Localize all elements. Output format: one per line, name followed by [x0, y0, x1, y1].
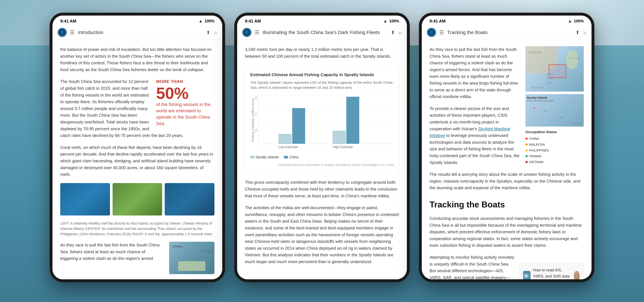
- logo-letter: C: [61, 30, 64, 34]
- occupation-legend: Occupation Status CHINA MALAYSIA PHILIPP…: [526, 129, 584, 164]
- tablet-1-bottom-preview: As they race to pull the last fish from …: [52, 236, 222, 279]
- tablet-3-nav-title: Tracking the Boats: [447, 30, 572, 35]
- occ-label-taiwan: TAIWAN: [529, 154, 541, 159]
- grid-line-2: [258, 95, 394, 96]
- bar-spratly-high: [333, 131, 346, 144]
- occ-dot-china: [526, 138, 528, 140]
- x-label-high: High Estimate: [333, 144, 353, 150]
- island-dot-5: [561, 117, 562, 118]
- tablet-3: 9:41 AM ▲ 100% C ☰ Tracking the Boats ⬆ …: [419, 13, 594, 282]
- legend-spratly: Spratly Islands: [250, 154, 279, 160]
- spratly-map: Spratly Islands in the SOUTH CHINA SEA M…: [526, 94, 584, 126]
- wifi-icon: ▲: [199, 19, 203, 23]
- chart-area: 2 1 0: [258, 95, 394, 145]
- tablet-3-content: CHINa TAIWAN SouthChinaSea MALAYSIA: [422, 40, 592, 279]
- tablet-3-para-4: Attempting to monitor fishing activity r…: [430, 254, 515, 279]
- share-icon-3[interactable]: ⬆: [576, 30, 580, 35]
- bar-spratly-low: [278, 134, 292, 144]
- tablet-3-screen: 9:41 AM ▲ 100% C ☰ Tracking the Boats ⬆ …: [422, 16, 592, 279]
- tablet-2-nav: C ☰ Illuminating the South China Sea's D…: [237, 25, 407, 40]
- video-icon: [524, 274, 530, 279]
- chart-subtitle: The Spratly Islands' values represent 12…: [250, 80, 394, 90]
- tablet-2-status-icons: ▲ 100%: [384, 19, 399, 23]
- occ-dot-vietnam: [526, 161, 528, 163]
- map-malaysia-label: MALAYSIA: [531, 86, 542, 89]
- island-dot-1: [534, 107, 535, 108]
- map-taiwan-label: TAIWAN: [202, 250, 211, 253]
- tablet-3-nav-icons: ⬆ ⌕: [576, 30, 586, 35]
- occ-label-vietnam: VIETNAM: [529, 160, 544, 164]
- tablet-2-content: 3,240 metric tons per day or nearly 1.2 …: [237, 40, 407, 279]
- occ-dot-taiwan: [526, 155, 528, 157]
- share-icon-2[interactable]: ⬆: [391, 30, 395, 35]
- chart-plot-area: 2 1 0: [258, 95, 394, 144]
- chart-wrapper: Fishing Capacity (million tons) 2: [250, 95, 394, 145]
- legend-color-china: [284, 156, 288, 158]
- occ-malaysia: MALAYSIA: [526, 142, 584, 147]
- tablet-1-highlight: MORE THAN 50% of the fishing vessels in …: [156, 78, 214, 126]
- tablet-1-time: 9:41 AM: [60, 19, 76, 24]
- occ-label-malaysia: MALAYSIA: [529, 142, 545, 147]
- y-tick-0: 0: [255, 128, 257, 133]
- tablets-container: 9:41 AM ▲ 100% C ☰ Introduction ⬆ ⌕: [50, 13, 594, 282]
- tablet-3-time: 9:41 AM: [430, 19, 446, 24]
- tablet-3-logo[interactable]: C: [427, 28, 436, 37]
- share-icon[interactable]: ⬆: [206, 30, 210, 35]
- bar-china-low: [292, 108, 305, 144]
- tablet-2-screen: 9:41 AM ▲ 100% C ☰ Illuminating the Sout…: [237, 16, 407, 279]
- tablet-2-intro: 3,240 metric tons per day or nearly 1.2 …: [245, 46, 399, 60]
- tablet-3-reading-row: Attempting to monitor fishing activity r…: [430, 254, 584, 279]
- tablet-1-menu-icon[interactable]: ☰: [70, 29, 75, 36]
- tablet-2-status-bar: 9:41 AM ▲ 100%: [237, 16, 407, 25]
- tablet-2-para-1: This gross overcapacity combined with th…: [245, 179, 399, 199]
- tablet-3-nav: C ☰ Tracking the Boats ⬆ ⌕: [422, 25, 592, 40]
- occ-dot-malaysia: [526, 144, 528, 146]
- search-icon-3[interactable]: ⌕: [584, 30, 586, 35]
- chart-note: Developed based on information or analys…: [250, 163, 394, 167]
- map-sea-label: SouthChinaSea: [546, 72, 553, 85]
- tablet-2-para-2: The activities of the militia are well-d…: [245, 204, 399, 265]
- tablet-3-para-3: The results tell a worrying story about …: [430, 171, 584, 191]
- tablet-1-para-1: the balance of power and risk of escalat…: [60, 46, 214, 73]
- reading-card[interactable]: How to read AIS, VIIRS, and SAR data (2:…: [519, 263, 584, 279]
- tablet-1-logo[interactable]: C: [58, 28, 67, 37]
- bar-group-low: [278, 108, 305, 144]
- reading-card-avatar: [574, 271, 580, 279]
- map-land-mass: [178, 261, 206, 271]
- tablet-1-screen: 9:41 AM ▲ 100% C ☰ Introduction ⬆ ⌕: [52, 16, 222, 279]
- tablet-1-preview-text: As they race to pull the last fish from …: [60, 242, 164, 274]
- chart-legend: Spratly Islands China: [250, 154, 394, 160]
- reading-card-text-area: How to read AIS, VIIRS, and SAR data (2:…: [533, 267, 571, 279]
- tablet-2-time: 9:41 AM: [245, 19, 261, 24]
- tracking-heading: Tracking the Boats: [430, 198, 584, 211]
- chart-title: Estimated Chinese Annual Fishing Capacit…: [250, 72, 394, 78]
- island-dot-2: [545, 110, 546, 112]
- tablet-2-nav-icons: ⬆ ⌕: [391, 30, 402, 35]
- island-dot-6: [551, 120, 552, 121]
- tablet-1-caption: LEFT: A relatively healthy reef flat aro…: [60, 221, 214, 236]
- tablet-3-menu-icon[interactable]: ☰: [439, 29, 444, 36]
- tablet-3-status-bar: 9:41 AM ▲ 100%: [422, 16, 592, 25]
- reading-card-icon: [523, 271, 530, 279]
- island-dot-3: [538, 114, 539, 114]
- reading-card-title: How to read AIS, VIIRS, and SAR data: [533, 267, 571, 279]
- wifi-icon-3: ▲: [568, 19, 572, 23]
- reef-image-3: [165, 183, 214, 216]
- tablet-2-logo[interactable]: C: [242, 28, 252, 37]
- tablet-2-nav-title: Illuminating the South China Sea's Dark …: [262, 30, 388, 35]
- occ-label-china: CHINA: [529, 136, 539, 141]
- tablet-1: 9:41 AM ▲ 100% C ☰ Introduction ⬆ ⌕: [50, 13, 225, 282]
- search-icon-2[interactable]: ⌕: [399, 30, 402, 35]
- legend-color-spratly: [250, 156, 254, 158]
- highlight-number: 50%: [156, 85, 214, 101]
- battery-icon-2: 100%: [389, 19, 399, 23]
- legend-china: China: [284, 154, 298, 160]
- spratly-subtitle: in the SOUTH CHINA SEA: [527, 99, 554, 102]
- skylight-link[interactable]: Skylight Maritime Initiative: [430, 126, 510, 138]
- battery-icon: 100%: [204, 19, 214, 23]
- tablet-2-menu-icon[interactable]: ☰: [254, 29, 259, 36]
- china-sea-map: CHINa TAIWAN SouthChinaSea MALAYSIA: [526, 46, 584, 92]
- bar-group-high: [333, 97, 359, 144]
- tablet-2-logo-inner: C: [243, 28, 251, 36]
- search-icon[interactable]: ⌕: [214, 30, 217, 35]
